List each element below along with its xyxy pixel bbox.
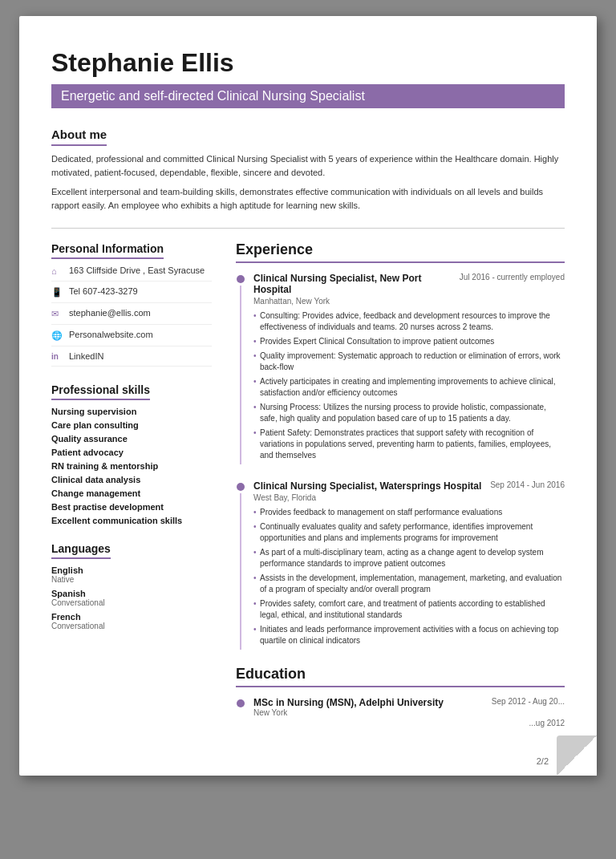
page-number: 2/2 [537, 756, 549, 766]
experience-section: Experience Clinical Nursing Specialist, … [236, 241, 565, 650]
exp-dates-2: Sep 2014 - Jun 2016 [490, 480, 565, 489]
skill-1: Nursing supervision [51, 407, 212, 416]
info-phone: 📱 Tel 607-423-3279 [51, 286, 212, 303]
header-section: Stephanie Ellis Energetic and self-direc… [51, 48, 565, 121]
skill-5: RN training & mentorship [51, 461, 212, 471]
exp-dot-col-2 [236, 480, 245, 650]
exp-title-2: Clinical Nursing Specialist, Waterspring… [253, 480, 481, 492]
exp-bullet-2-4: Assists in the development, implementati… [253, 573, 565, 595]
about-section: About me Dedicated, professional and com… [51, 128, 565, 212]
edu-dot-col [236, 697, 245, 727]
exp-item-2: Clinical Nursing Specialist, Waterspring… [236, 480, 565, 650]
exp-dot-2 [237, 483, 245, 491]
edu-dates-1: Sep 2012 - Aug 20... [492, 697, 565, 706]
section-divider [51, 228, 565, 229]
skill-4: Patient advocacy [51, 448, 212, 457]
skill-3: Quality assurance [51, 434, 212, 444]
personal-info-section: Personal Information ⌂ 163 Cliffside Dri… [51, 241, 212, 367]
linkedin-icon: in [51, 352, 63, 361]
lang-english-name: English [51, 565, 212, 575]
skill-9: Excellent communication skills [51, 516, 212, 525]
lang-english: English Native [51, 565, 212, 584]
education-section: Education MSc in Nursing (MSN), Adelphi … [236, 666, 565, 727]
lang-spanish-name: Spanish [51, 589, 212, 598]
skills-section: Professional skills Nursing supervision … [51, 383, 212, 525]
exp-bullet-2-3: As part of a multi-disciplinary team, ac… [253, 547, 565, 569]
website-text: Personalwebsite.com [69, 330, 153, 339]
exp-dates-1: Jul 2016 - currently employed [460, 273, 565, 282]
lang-english-level: Native [51, 575, 212, 584]
exp-dot-col-1 [236, 273, 245, 464]
linkedin-text: LinkedIN [69, 351, 103, 361]
exp-bullet-1-1: Consulting: Provides advice, feedback an… [253, 310, 565, 333]
about-paragraph-2: Excellent interpersonal and team-buildin… [51, 185, 565, 212]
exp-bullets-2: Provides feedback to management on staff… [253, 507, 565, 646]
resume-page: Stephanie Ellis Energetic and self-direc… [19, 16, 597, 776]
exp-bullet-2-6: Initiates and leads performance improvem… [253, 624, 565, 646]
address-icon: ⌂ [51, 266, 63, 276]
exp-location-1: Manhattan, New York [253, 297, 565, 306]
exp-bullet-2-2: Continually evaluates quality and safety… [253, 521, 565, 544]
info-email: ✉ stephanie@ellis.com [51, 308, 212, 325]
skills-title: Professional skills [51, 383, 150, 400]
info-linkedin: in LinkedIN [51, 351, 212, 367]
exp-line-2 [240, 493, 241, 650]
exp-location-2: West Bay, Florida [253, 493, 565, 502]
exp-bullet-2-5: Provides safety, comfort care, and treat… [253, 598, 565, 621]
exp-title-1: Clinical Nursing Specialist, New Port Ho… [253, 273, 453, 295]
exp-header-1: Clinical Nursing Specialist, New Port Ho… [253, 273, 565, 295]
personal-info-title: Personal Information [51, 242, 164, 259]
skill-2: Care plan consulting [51, 420, 212, 430]
exp-bullet-1-5: Nursing Process: Utilizes the nursing pr… [253, 402, 565, 424]
lang-spanish-level: Conversational [51, 598, 212, 607]
edu-header-1: MSc in Nursing (MSN), Adelphi University… [253, 697, 565, 708]
exp-line-1 [240, 286, 241, 464]
edu-degree-1: MSc in Nursing (MSN), Adelphi University [253, 697, 444, 708]
exp-bullet-1-4: Actively participates in creating and im… [253, 376, 565, 399]
about-title: About me [51, 128, 107, 146]
info-address: ⌂ 163 Cliffside Drive , East Syracuse [51, 265, 212, 282]
lang-french: French Conversational [51, 612, 212, 630]
exp-content-1: Clinical Nursing Specialist, New Port Ho… [253, 273, 565, 464]
candidate-subtitle: Energetic and self-directed Clinical Nur… [51, 84, 565, 108]
edu-dates-continuation: ...ug 2012 [253, 719, 565, 727]
exp-bullet-1-6: Patient Safety: Demonstrates practices t… [253, 427, 565, 461]
exp-item-1: Clinical Nursing Specialist, New Port Ho… [236, 273, 565, 464]
about-paragraph-1: Dedicated, professional and committed Cl… [51, 152, 565, 179]
address-text: 163 Cliffside Drive , East Syracuse [69, 265, 205, 275]
exp-header-2: Clinical Nursing Specialist, Waterspring… [253, 480, 565, 492]
skill-6: Clinical data analysis [51, 475, 212, 484]
edu-location-1: New York [253, 708, 565, 717]
exp-bullet-1-3: Quality improvement: Systematic approach… [253, 350, 565, 373]
email-text: stephanie@ellis.com [69, 308, 151, 318]
skill-7: Change management [51, 488, 212, 498]
two-column-layout: Personal Information ⌂ 163 Cliffside Dri… [51, 241, 565, 727]
exp-bullet-2-1: Provides feedback to management on staff… [253, 507, 565, 518]
left-column: Personal Information ⌂ 163 Cliffside Dri… [51, 241, 212, 727]
exp-content-2: Clinical Nursing Specialist, Waterspring… [253, 480, 565, 650]
phone-text: Tel 607-423-3279 [69, 286, 138, 296]
lang-french-level: Conversational [51, 622, 212, 630]
exp-bullet-1-2: Provides Expert Clinical Consultation to… [253, 336, 565, 347]
languages-section: Languages English Native Spanish Convers… [51, 541, 212, 630]
right-column: Experience Clinical Nursing Specialist, … [236, 241, 565, 727]
lang-spanish: Spanish Conversational [51, 589, 212, 607]
skill-8: Best practise development [51, 502, 212, 512]
edu-dot [237, 699, 245, 707]
lang-french-name: French [51, 612, 212, 622]
experience-title: Experience [236, 241, 565, 263]
languages-title: Languages [51, 542, 111, 559]
website-icon: 🌐 [51, 330, 63, 341]
candidate-name: Stephanie Ellis [51, 48, 565, 78]
education-title: Education [236, 666, 565, 687]
edu-item-1: MSc in Nursing (MSN), Adelphi University… [236, 697, 565, 727]
exp-bullets-1: Consulting: Provides advice, feedback an… [253, 310, 565, 461]
phone-icon: 📱 [51, 287, 63, 298]
edu-content-1: MSc in Nursing (MSN), Adelphi University… [253, 697, 565, 727]
exp-dot-1 [237, 275, 245, 283]
info-website: 🌐 Personalwebsite.com [51, 330, 212, 346]
email-icon: ✉ [51, 309, 63, 319]
